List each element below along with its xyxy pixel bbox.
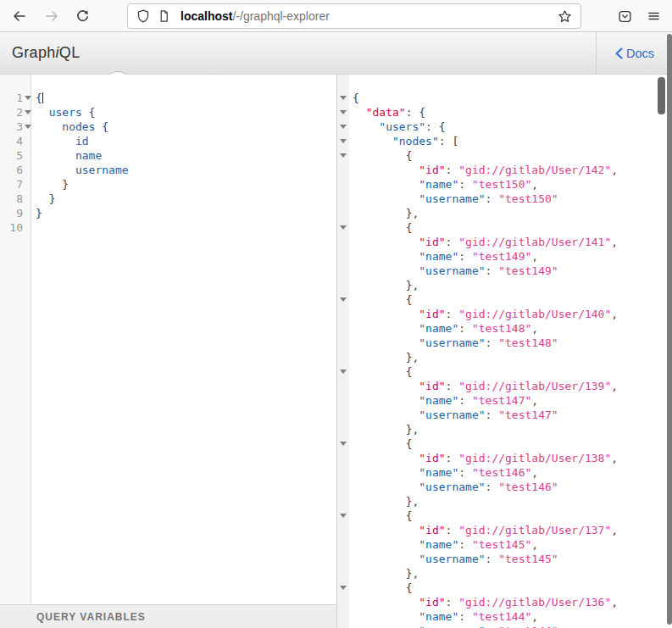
code-line[interactable]: 10	[0, 220, 336, 235]
fold-arrow-icon[interactable]	[340, 96, 347, 100]
code-line: "id": "gid://gitlab/User/141",	[337, 235, 672, 249]
token: ,	[531, 538, 538, 551]
token: "test145"	[472, 538, 531, 551]
query-editor[interactable]: 1{2 users {3 nodes {4 id5 name6 username…	[0, 75, 336, 604]
code-line: "id": "gid://gitlab/User/142",	[337, 163, 672, 177]
result-scrollbar-thumb[interactable]	[658, 77, 665, 114]
token: "gid://gitlab/User/137"	[458, 524, 611, 536]
line-number: 6	[0, 163, 23, 177]
code-line: "id": "gid://gitlab/User/137",	[337, 523, 672, 537]
token: "username"	[419, 264, 485, 277]
address-bar[interactable]: localhost/-/graphql-explorer	[127, 3, 581, 29]
token: "test147"	[472, 394, 531, 407]
token: :	[446, 452, 459, 464]
token: "username"	[419, 553, 485, 565]
fold-arrow-icon[interactable]	[25, 110, 31, 114]
bookmark-star-icon[interactable]	[558, 9, 572, 24]
token: ,	[531, 178, 538, 191]
token: "data"	[366, 106, 406, 119]
result-pane: { "data": { "users": { "nodes": [ { "id"…	[337, 75, 672, 628]
code-line: "id": "gid://gitlab/User/138",	[337, 451, 672, 465]
code-line: "name": "test146",	[337, 465, 672, 480]
tracking-shield-icon[interactable]	[136, 9, 150, 23]
code-line[interactable]: 9}	[0, 206, 336, 220]
token: "username"	[419, 192, 485, 205]
line-number: 4	[0, 134, 23, 148]
fold-arrow-icon[interactable]	[340, 442, 347, 446]
token: "id"	[419, 308, 445, 320]
token: :	[446, 524, 459, 536]
token: },	[406, 567, 419, 580]
token: "name"	[419, 394, 458, 407]
url-path: /-/graphql-explorer	[232, 9, 329, 23]
extension-shield-icon[interactable]	[614, 6, 636, 26]
token: "test148"	[472, 322, 531, 335]
page-scrollbar[interactable]	[667, 34, 672, 625]
code-line[interactable]: 2 users {	[0, 105, 336, 119]
code-line[interactable]: 5 name	[0, 148, 336, 163]
fold-arrow-icon[interactable]	[25, 96, 31, 100]
token: :	[486, 553, 499, 565]
token: users	[49, 106, 82, 119]
reload-icon[interactable]	[71, 6, 93, 26]
token: ,	[611, 308, 618, 320]
fold-arrow-icon[interactable]	[340, 139, 347, 143]
token: "username"	[419, 625, 485, 628]
code-line: "id": "gid://gitlab/User/136",	[337, 595, 672, 609]
forward-icon[interactable]	[41, 6, 63, 26]
fold-arrow-icon[interactable]	[340, 297, 347, 302]
token: "test146"	[472, 466, 531, 479]
url-host: localhost	[180, 9, 232, 23]
fold-arrow-icon[interactable]	[340, 586, 347, 590]
code-line[interactable]: 1{	[0, 91, 336, 105]
code-line: "username": "test150"	[337, 192, 672, 206]
query-pane: 1{2 users {3 nodes {4 id5 name6 username…	[0, 75, 337, 628]
token: :	[458, 250, 472, 263]
page-info-icon[interactable]	[158, 9, 170, 23]
token: "test144"	[472, 610, 531, 623]
token: {	[353, 92, 359, 104]
code-line: "id": "gid://gitlab/User/140",	[337, 307, 672, 321]
code-line: "username": "test147"	[337, 408, 672, 422]
fold-arrow-icon[interactable]	[340, 125, 347, 129]
code-line: {	[337, 148, 672, 163]
code-line[interactable]: 3 nodes {	[0, 119, 336, 134]
fold-arrow-icon[interactable]	[25, 125, 31, 129]
code-line[interactable]: 7 }	[0, 177, 336, 192]
docs-link[interactable]: Docs	[614, 47, 654, 60]
code-line[interactable]: 4 id	[0, 134, 336, 148]
fold-arrow-icon[interactable]	[340, 370, 347, 374]
token: {	[36, 92, 42, 104]
code-line: "name": "test145",	[337, 537, 672, 552]
token: "name"	[419, 538, 458, 551]
token: "test150"	[498, 192, 558, 205]
code-line: },	[337, 566, 672, 581]
token: },	[406, 423, 419, 436]
fold-arrow-icon[interactable]	[340, 514, 347, 518]
code-line[interactable]: 6 username	[0, 163, 336, 177]
token: :	[486, 625, 499, 628]
token: },	[406, 279, 419, 292]
line-number: 3	[0, 119, 23, 134]
back-icon[interactable]	[8, 6, 30, 26]
token: "gid://gitlab/User/142"	[458, 164, 611, 176]
docs-label: Docs	[626, 47, 654, 60]
token: "name"	[419, 178, 458, 191]
menu-icon[interactable]	[642, 6, 664, 26]
token: ,	[611, 524, 618, 536]
token: "username"	[419, 408, 485, 421]
token: ,	[611, 164, 618, 176]
token: :	[486, 481, 499, 493]
graphiql-toolbar: GraphiQL Prettify History Docs	[0, 32, 672, 75]
token: ,	[531, 394, 538, 407]
fold-arrow-icon[interactable]	[340, 153, 347, 158]
code-line[interactable]: 8 }	[0, 192, 336, 206]
code-line: {	[337, 292, 672, 307]
code-line: },	[337, 206, 672, 220]
code-line: "name": "test147",	[337, 393, 672, 408]
variables-panel[interactable]: QUERY VARIABLES	[0, 604, 336, 628]
fold-arrow-icon[interactable]	[340, 225, 347, 230]
fold-arrow-icon[interactable]	[340, 110, 347, 114]
token: :	[446, 164, 459, 176]
token: "nodes"	[392, 135, 439, 147]
